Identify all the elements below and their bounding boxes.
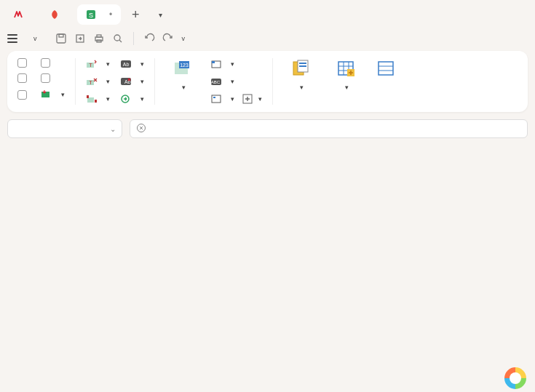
ribbon-group-number-options: ▾ ABC▾ ▾ ▾	[210, 58, 262, 105]
checkbox-symbol[interactable]	[17, 73, 31, 83]
export-icon[interactable]	[74, 32, 87, 45]
chevron-down-icon: ▾	[231, 95, 234, 103]
tab-workbook[interactable]: S •	[77, 4, 121, 25]
delete-text-button[interactable]: T▾	[86, 76, 110, 87]
more-icon	[120, 93, 132, 105]
chevron-down-icon: v	[182, 35, 186, 42]
svg-text:ABC: ABC	[211, 80, 221, 84]
round-icon	[210, 58, 222, 70]
execute-button[interactable]: ▾	[41, 89, 65, 100]
add-insert-icon	[336, 58, 356, 79]
more-button[interactable]: ▾	[120, 93, 144, 105]
checkbox-icon	[17, 58, 27, 68]
numeric-icon: 123	[173, 58, 193, 79]
svg-rect-38	[379, 62, 393, 75]
undo-icon[interactable]	[143, 32, 156, 45]
svg-rect-29	[212, 95, 221, 103]
svg-text:123: 123	[180, 63, 189, 68]
watermark-logo-icon	[504, 367, 526, 389]
keep-numeric-icon: ABC	[210, 76, 222, 87]
custom-icon	[210, 93, 222, 105]
chevron-down-icon: ▾	[258, 95, 262, 103]
svg-rect-26	[212, 61, 215, 63]
watermark	[504, 367, 531, 389]
ribbon-separator	[154, 58, 155, 105]
title-tab-bar: S • + ▾	[0, 0, 535, 26]
svg-rect-6	[97, 35, 101, 37]
case-icon: Ab	[120, 58, 132, 70]
hamburger-icon[interactable]	[7, 34, 17, 43]
ribbon-separator	[75, 58, 76, 105]
checkbox-number[interactable]	[17, 89, 31, 100]
chevron-down-icon: ▾	[140, 60, 144, 68]
svg-text:S: S	[89, 12, 93, 19]
new-tab-button[interactable]: +	[125, 4, 146, 25]
round-button[interactable]: ▾	[210, 58, 262, 70]
formula-bar: ⌄	[7, 119, 528, 138]
batch-delete-button[interactable]	[373, 58, 400, 105]
delete-blanks-icon: Ab	[120, 76, 132, 87]
plus-box-icon	[242, 93, 253, 105]
case-button[interactable]: Ab▾	[120, 58, 144, 70]
svg-rect-34	[299, 63, 306, 64]
checkbox-icon	[17, 90, 27, 100]
insert-text-button[interactable]: T▾	[86, 58, 110, 70]
chevron-down-icon: ▾	[140, 78, 144, 85]
tab-wps-office[interactable]	[4, 4, 36, 25]
plus-small-button[interactable]: ▾	[242, 93, 262, 105]
add-insert-button[interactable]: ▾	[328, 58, 363, 105]
svg-rect-30	[213, 97, 215, 98]
ribbon-group-text: T▾ T▾ ▾	[86, 58, 110, 105]
chevron-down-icon: v	[33, 35, 37, 42]
chevron-down-icon: ▾	[106, 60, 110, 68]
ribbon-toolbar: ▾ T▾ T▾ ▾ Ab▾ Ab▾ ▾ 123 ▾ ▾ ABC▾ ▾ ▾ ▾ ▾	[7, 51, 528, 112]
checkbox-icon	[41, 58, 50, 68]
tab-template[interactable]	[41, 4, 73, 25]
svg-text:T: T	[89, 79, 92, 86]
copy-paste-button[interactable]: ▾	[283, 58, 318, 105]
svg-rect-2	[57, 34, 66, 43]
formula-input[interactable]	[130, 119, 528, 138]
chevron-down-icon: ▾	[300, 84, 304, 91]
tab-menu-chevron-icon[interactable]: ▾	[150, 4, 170, 25]
ribbon-group-number: 123 ▾	[165, 58, 200, 105]
copy-paste-icon	[290, 58, 311, 79]
svg-rect-15	[87, 95, 89, 98]
delete-blanks-button[interactable]: Ab▾	[120, 76, 144, 87]
svg-text:T: T	[89, 62, 92, 68]
ribbon-group-checks: ▾	[17, 58, 65, 105]
checkbox-english[interactable]	[41, 58, 54, 68]
svg-point-8	[114, 35, 120, 41]
cancel-formula-icon[interactable]	[136, 123, 146, 135]
print-icon[interactable]	[92, 32, 106, 45]
ribbon-separator	[272, 58, 273, 105]
name-box[interactable]: ⌄	[7, 119, 122, 138]
insert-text-icon: T	[86, 58, 98, 70]
checkbox-space[interactable]	[17, 58, 31, 68]
tab-status-dot: •	[109, 9, 112, 20]
custom-button[interactable]: ▾	[210, 93, 234, 105]
chevron-down-icon: ▾	[182, 84, 186, 91]
delete-text-icon: T	[86, 76, 98, 87]
svg-rect-14	[87, 97, 94, 103]
chevron-down-icon: ▾	[231, 60, 234, 68]
divider	[133, 32, 134, 45]
menu-bar: v v	[0, 26, 535, 51]
chevron-down-icon: ▾	[231, 78, 234, 85]
template-icon	[49, 9, 60, 20]
wps-logo-icon	[13, 9, 23, 20]
chevron-down-icon: ▾	[61, 91, 65, 98]
checkbox-icon	[17, 73, 27, 83]
preview-icon[interactable]	[111, 32, 124, 45]
save-icon[interactable]	[55, 32, 68, 45]
numeric-button[interactable]: 123 ▾	[165, 58, 200, 92]
execute-icon	[41, 89, 52, 100]
redo-icon[interactable]	[162, 32, 175, 45]
extract-text-button[interactable]: ▾	[86, 93, 110, 105]
checkbox-chinese[interactable]	[41, 73, 54, 83]
extract-text-icon	[86, 93, 98, 105]
keep-numeric-button[interactable]: ABC▾	[210, 76, 262, 87]
ribbon-group-format: Ab▾ Ab▾ ▾	[120, 58, 144, 105]
svg-rect-35	[299, 65, 306, 67]
chevron-down-icon: ⌄	[110, 125, 116, 133]
